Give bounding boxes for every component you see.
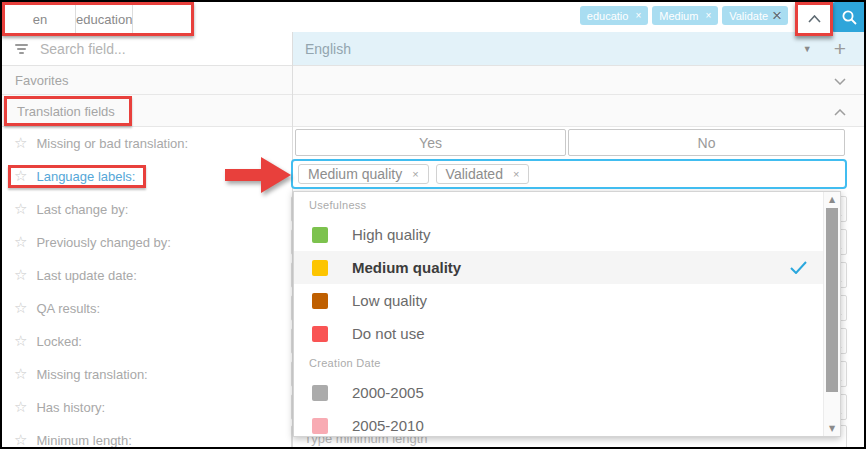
value-chip[interactable]: Validated × (436, 164, 530, 184)
sidebar-field[interactable]: ☆ Previously changed by: (2, 226, 292, 259)
favorite-star-icon[interactable]: ☆ (14, 268, 27, 283)
color-swatch (312, 260, 328, 276)
search-field-input[interactable] (38, 40, 262, 58)
sidebar-field-label: Last change by: (36, 202, 128, 217)
dropdown-options: Usefulness High quality (294, 192, 823, 436)
favorite-star-icon[interactable]: ☆ (14, 136, 27, 151)
dropdown-option[interactable]: 2005-2010 (294, 409, 823, 437)
dropdown-scrollbar[interactable]: ▲ ▼ (823, 192, 840, 436)
scrollbar-thumb[interactable] (826, 208, 838, 392)
dropdown-option[interactable]: 2000-2005 (294, 376, 823, 409)
chevron-down-icon[interactable] (834, 71, 846, 89)
dropdown-group: Usefulness High quality (294, 192, 823, 350)
translation-fields-label: Translation fields (17, 104, 115, 119)
favorite-star-icon[interactable]: ☆ (14, 433, 27, 447)
favorite-star-icon[interactable]: ☆ (14, 301, 27, 316)
no-label: No (698, 135, 716, 151)
language-tab-label: en (33, 12, 47, 27)
dropdown-group-title: Creation Date (294, 350, 823, 376)
yes-label: Yes (419, 135, 442, 151)
yes-button[interactable]: Yes (295, 129, 566, 156)
check-icon (790, 261, 807, 274)
sidebar-field[interactable]: ☆ Missing or bad translation: (2, 127, 292, 160)
chevron-up-icon[interactable] (834, 102, 846, 120)
collapse-filters-button[interactable] (808, 15, 821, 23)
dropdown-option[interactable]: High quality (294, 218, 823, 251)
sidebar-field-label: Last update date: (36, 268, 136, 283)
filter-chip[interactable]: educatio × (580, 6, 648, 25)
annotation-box-translation-fields: Translation fields (4, 96, 132, 126)
no-button[interactable]: No (568, 129, 845, 156)
favorite-star-icon[interactable]: ☆ (14, 400, 27, 415)
value-chip-label: Medium quality (308, 166, 402, 182)
section-translation-fields[interactable]: Translation fields (2, 95, 864, 127)
language-tab-label: education (76, 12, 132, 27)
chip-remove-icon[interactable]: × (513, 168, 519, 180)
filter-chip-label: educatio (587, 10, 629, 22)
dropdown-option-label: Medium quality (352, 259, 461, 276)
favorite-star-icon[interactable]: ☆ (14, 334, 27, 349)
language-tab[interactable]: education (76, 5, 133, 33)
filter-chip[interactable]: Medium × (652, 6, 718, 25)
color-swatch (312, 227, 328, 243)
chip-remove-icon[interactable]: × (705, 10, 711, 21)
sidebar-field[interactable]: ☆ Has history: (2, 391, 292, 424)
favorite-star-icon[interactable]: ☆ (14, 169, 27, 184)
sidebar-field-label: QA results: (36, 301, 100, 316)
dropdown-option-label: 2000-2005 (352, 384, 424, 401)
app-window: en education educatio × Medium (0, 0, 866, 449)
color-swatch (312, 418, 328, 434)
sidebar-field-label: Missing or bad translation: (36, 136, 188, 151)
favorite-star-icon[interactable]: ☆ (14, 235, 27, 250)
dropdown-option[interactable]: Low quality (294, 284, 823, 317)
dropdown-group-title: Usefulness (294, 192, 823, 218)
sidebar-field-list: ☆ Missing or bad translation: ☆ Language… (2, 127, 292, 447)
language-header-label: English (305, 41, 351, 57)
dropdown-option[interactable]: Medium quality (294, 251, 823, 284)
dropdown-option[interactable]: Do not use (294, 317, 823, 350)
sidebar-field-label: Locked: (36, 334, 82, 349)
language-labels-input[interactable]: Medium quality × Validated × (291, 159, 847, 189)
dropdown-option-label: 2005-2010 (352, 417, 424, 434)
sidebar-field[interactable]: ☆ Last update date: (2, 259, 292, 292)
value-chip[interactable]: Medium quality × (298, 164, 429, 184)
favorite-star-icon[interactable]: ☆ (14, 202, 27, 217)
top-bar: en education educatio × Medium (2, 2, 864, 33)
language-tab[interactable]: en (5, 5, 76, 33)
value-chip-label: Validated (446, 166, 503, 182)
scroll-down-icon[interactable]: ▼ (824, 424, 840, 433)
sidebar-field-label: Has history: (36, 400, 105, 415)
language-labels-dropdown: Usefulness High quality (293, 191, 841, 437)
sidebar-field[interactable]: ☆ Last change by: (2, 193, 292, 226)
clear-filters-icon[interactable]: × (768, 5, 786, 27)
annotation-box-tabs: en education (2, 2, 194, 36)
dropdown-group: Creation Date 2000-2005 (294, 350, 823, 437)
scroll-up-icon[interactable]: ▲ (824, 195, 840, 204)
sidebar-field-label: Missing translation: (36, 367, 147, 382)
search-icon (841, 9, 858, 26)
chevron-up-icon (808, 15, 821, 23)
sidebar-field[interactable]: ☆ QA results: (2, 292, 292, 325)
add-language-icon[interactable]: + (834, 39, 846, 59)
language-header-row: English ▼ + (293, 32, 864, 66)
favorites-label: Favorites (2, 73, 68, 88)
annotation-box-collapse (795, 2, 833, 36)
sidebar-field[interactable]: ☆ Locked: (2, 325, 292, 358)
favorite-star-icon[interactable]: ☆ (14, 367, 27, 382)
field-search-row (2, 32, 292, 66)
filter-chip-label: Medium (659, 10, 698, 22)
color-swatch (312, 293, 328, 309)
language-caret-down-icon[interactable]: ▼ (803, 44, 812, 54)
sidebar-field[interactable]: ☆ Language labels: (2, 160, 292, 193)
dropdown-option-label: High quality (352, 226, 430, 243)
dropdown-option-label: Low quality (352, 292, 427, 309)
chip-remove-icon[interactable]: × (635, 10, 641, 21)
sidebar-field[interactable]: ☆ Missing translation: (2, 358, 292, 391)
section-favorites[interactable]: Favorites (2, 66, 864, 95)
active-filter-chips: educatio × Medium × Validate × (580, 6, 788, 25)
color-swatch (312, 385, 328, 401)
sidebar-field-label: Language labels: (36, 169, 135, 184)
search-button[interactable] (832, 2, 864, 32)
sidebar-field[interactable]: ☆ Minimum length: (2, 424, 292, 447)
chip-remove-icon[interactable]: × (412, 168, 418, 180)
